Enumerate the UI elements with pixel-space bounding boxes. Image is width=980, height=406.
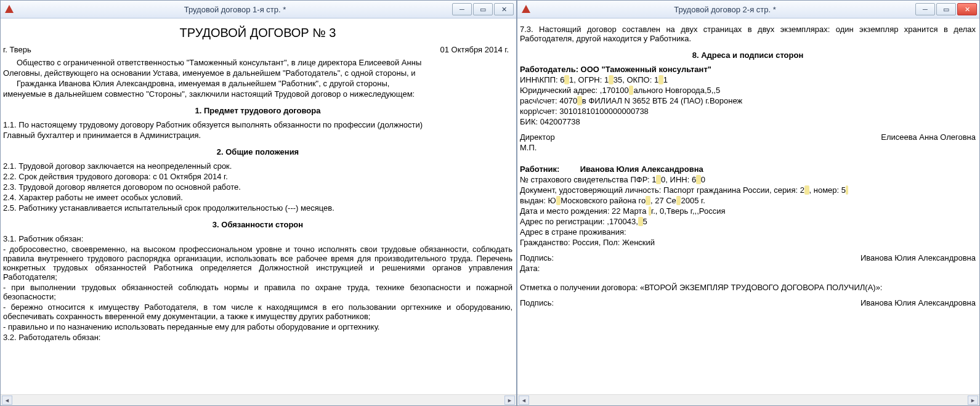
client-area: 7.3. Настоящий договор составлен на двух… xyxy=(517,18,979,394)
scroll-right-icon[interactable]: ► xyxy=(504,396,515,405)
redacted xyxy=(658,75,663,84)
document-page2[interactable]: 7.3. Настоящий договор составлен на двух… xyxy=(517,18,979,394)
preamble-l1: Общество с ограниченной ответственностью… xyxy=(3,58,512,67)
redacted xyxy=(638,217,643,226)
minimize-button[interactable]: ─ xyxy=(915,3,935,15)
employer-jaddr: Юридический адрес: ,170100 ального Новго… xyxy=(520,86,976,95)
section2-head: 2. Общие положения xyxy=(3,141,512,160)
preamble-l2: Олеговны, действующего на основании Уста… xyxy=(3,68,512,78)
close-button[interactable]: ✕ xyxy=(957,3,977,15)
scroll-left-icon[interactable]: ◄ xyxy=(519,396,529,405)
doc-city: г. Тверь xyxy=(3,45,31,54)
preamble-l4: именуемые в дальнейшем совместно "Сторон… xyxy=(3,89,512,99)
redacted xyxy=(696,175,701,184)
p2-2: 2.2. Срок действия трудового договора: с… xyxy=(3,172,512,181)
p3-1c: - бережно относится к имуществу Работода… xyxy=(3,302,512,321)
p1-1b: Главный бухгалтер и принимается в Админи… xyxy=(3,131,512,140)
titlebar-page1[interactable]: Трудовой договор 1-я стр. * ─ ▭ ✕ xyxy=(1,1,516,18)
p2-3: 2.3. Трудовой договор является договором… xyxy=(3,182,512,192)
document-page1[interactable]: ТРУДОВОЙ ДОГОВОР № 3 г. Тверь 01 Октября… xyxy=(1,18,516,394)
preamble-l3: Гражданка Иванова Юлия Александровна, им… xyxy=(3,79,512,88)
signature-label: Подпись: xyxy=(520,253,554,262)
maximize-button[interactable]: ▭ xyxy=(473,3,493,15)
window-buttons: ─ ▭ ✕ xyxy=(915,3,977,15)
section3-head: 3. Обязанности сторон xyxy=(3,214,512,233)
worker-birth: Дата и место рождения: 22 Марта г., 0,Тв… xyxy=(520,206,976,216)
p2-4: 2.4. Характер работы не имеет особых усл… xyxy=(3,193,512,202)
worker-citizen: Гражданство: Россия, Пол: Женский xyxy=(520,238,976,247)
minimize-button[interactable]: ─ xyxy=(452,3,472,15)
signature2-label: Подпись: xyxy=(520,298,554,307)
mp-label: М.П. xyxy=(520,143,976,152)
maximize-button[interactable]: ▭ xyxy=(936,3,956,15)
window-page2: Трудовой договор 2-я стр. * ─ ▭ ✕ 7.3. Н… xyxy=(517,0,980,406)
p3-1d: - правильно и по назначению использовать… xyxy=(3,322,512,331)
redacted xyxy=(577,96,582,105)
p3-1: 3.1. Работник обязан: xyxy=(3,234,512,243)
app-icon xyxy=(521,4,531,14)
desktop: Трудовой договор 1-я стр. * ─ ▭ ✕ ТРУДОВ… xyxy=(0,0,980,406)
worker-docid: Документ, удостоверяющий личность: Паспо… xyxy=(520,185,976,195)
section8-head: 8. Адреса и подписи сторон xyxy=(520,44,976,63)
hscrollbar[interactable]: ◄ ► xyxy=(1,394,516,405)
worker-issued: выдан: Ю Московского района го , 27 Се 2… xyxy=(520,196,976,205)
window-title: Трудовой договор 2-я стр. * xyxy=(535,5,915,14)
redacted xyxy=(564,75,569,84)
window-buttons: ─ ▭ ✕ xyxy=(452,3,514,15)
director-label: Директор xyxy=(520,132,555,142)
p2-1: 2.1. Трудовой договор заключается на нео… xyxy=(3,161,512,171)
director-name: Елисеева Анна Олеговна xyxy=(881,132,976,142)
titlebar-page2[interactable]: Трудовой договор 2-я стр. * ─ ▭ ✕ xyxy=(517,1,979,18)
worker-liveaddr: Адрес в стране проживания: xyxy=(520,227,976,237)
p1-1a: 1.1. По настоящему трудовому договору Ра… xyxy=(3,120,512,129)
svg-marker-1 xyxy=(522,5,530,13)
window-title: Трудовой договор 1-я стр. * xyxy=(18,5,452,14)
p2-5: 2.5. Работнику устанавливается испытател… xyxy=(3,203,512,213)
redacted xyxy=(846,185,848,195)
worker-label: Работник: xyxy=(520,164,578,174)
signature-name: Иванова Юлия Александровна xyxy=(861,253,976,262)
p3-1a: - добросовестно, своевременно, на высоко… xyxy=(3,245,512,282)
p7-3: 7.3. Настоящий договор составлен на двух… xyxy=(520,25,976,43)
redacted xyxy=(609,75,614,84)
doc-date: 01 Октября 2014 г. xyxy=(440,45,509,54)
window-page1: Трудовой договор 1-я стр. * ─ ▭ ✕ ТРУДОВ… xyxy=(0,0,517,406)
section1-head: 1. Предмет трудового договора xyxy=(3,100,512,119)
employer-rs: расч\счет: 4070 в ФИЛИАЛ N 3652 ВТБ 24 (… xyxy=(520,96,976,105)
app-icon xyxy=(4,4,14,14)
close-button[interactable]: ✕ xyxy=(494,3,514,15)
employer-ks: корр\счет: 30101810100000000738 xyxy=(520,107,976,116)
svg-marker-0 xyxy=(5,5,14,13)
employer-head: Работодатель: ООО "Таможенный консультан… xyxy=(520,65,976,74)
redacted xyxy=(804,185,809,195)
scroll-right-icon[interactable]: ► xyxy=(968,396,978,405)
worker-pfr: № страхового свидетельства ПФР: 1 0, ИНН… xyxy=(520,175,976,184)
p3-2: 3.2. Работодатель обязан: xyxy=(3,333,512,342)
date-label: Дата: xyxy=(520,264,976,273)
worker-reg: Адрес по регистрации: ,170043, 5 xyxy=(520,217,976,226)
client-area: ТРУДОВОЙ ДОГОВОР № 3 г. Тверь 01 Октября… xyxy=(1,18,516,394)
receipt-note: Отметка о получении договора: «ВТОРОЙ ЭК… xyxy=(520,274,976,292)
employer-bik: БИК: 042007738 xyxy=(520,117,976,126)
scroll-left-icon[interactable]: ◄ xyxy=(2,396,12,405)
p3-1b: - при выполнении трудовых обязанностей с… xyxy=(3,283,512,301)
redacted xyxy=(656,175,661,184)
signature2-name: Иванова Юлия Александровна xyxy=(861,298,976,307)
doc-title: ТРУДОВОЙ ДОГОВОР № 3 xyxy=(3,23,512,44)
employer-inn: ИНН\КПП: 6 1, ОГРН: 1 35, ОКПО: 1 1 xyxy=(520,75,976,84)
hscrollbar[interactable]: ◄ ► xyxy=(517,394,979,405)
redacted xyxy=(646,196,650,205)
worker-name: Иванова Юлия Александровна xyxy=(580,164,703,174)
